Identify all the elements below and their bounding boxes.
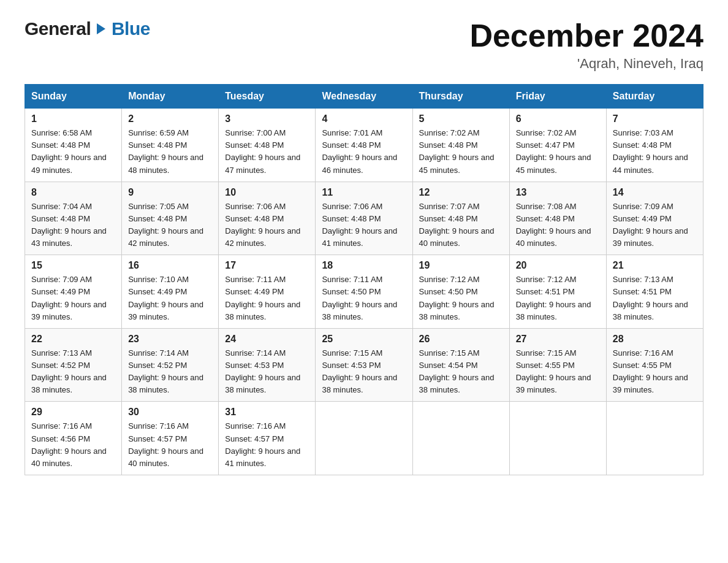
day-cell: 22 Sunrise: 7:13 AMSunset: 4:52 PMDaylig… [25, 328, 122, 402]
day-cell: 17 Sunrise: 7:11 AMSunset: 4:49 PMDaylig… [219, 255, 316, 329]
page-header: General Blue December 2024 'Aqrah, Ninev… [25, 18, 703, 72]
day-number: 12 [419, 187, 503, 198]
day-number: 26 [419, 334, 503, 345]
day-info: Sunrise: 6:59 AMSunset: 4:48 PMDaylight:… [128, 128, 203, 174]
day-info: Sunrise: 7:16 AMSunset: 4:57 PMDaylight:… [225, 421, 300, 467]
day-cell: 24 Sunrise: 7:14 AMSunset: 4:53 PMDaylig… [219, 328, 316, 402]
day-info: Sunrise: 7:10 AMSunset: 4:49 PMDaylight:… [128, 275, 203, 321]
day-cell: 26 Sunrise: 7:15 AMSunset: 4:54 PMDaylig… [412, 328, 509, 402]
day-info: Sunrise: 7:08 AMSunset: 4:48 PMDaylight:… [516, 202, 591, 248]
day-info: Sunrise: 7:15 AMSunset: 4:53 PMDaylight:… [322, 348, 397, 394]
day-cell: 27 Sunrise: 7:15 AMSunset: 4:55 PMDaylig… [509, 328, 606, 402]
day-info: Sunrise: 7:13 AMSunset: 4:51 PMDaylight:… [613, 275, 688, 321]
day-cell: 13 Sunrise: 7:08 AMSunset: 4:48 PMDaylig… [509, 182, 606, 255]
week-row-5: 29 Sunrise: 7:16 AMSunset: 4:56 PMDaylig… [25, 402, 703, 475]
day-number: 4 [322, 113, 406, 124]
day-cell [509, 402, 606, 475]
day-info: Sunrise: 7:06 AMSunset: 4:48 PMDaylight:… [225, 202, 300, 248]
day-info: Sunrise: 7:01 AMSunset: 4:48 PMDaylight:… [322, 128, 397, 174]
day-number: 14 [613, 187, 697, 198]
day-number: 29 [31, 407, 115, 418]
day-number: 25 [322, 334, 406, 345]
location: 'Aqrah, Nineveh, Iraq [469, 56, 703, 72]
day-number: 28 [613, 334, 697, 345]
col-monday: Monday [122, 85, 219, 109]
day-cell [412, 402, 509, 475]
day-info: Sunrise: 7:15 AMSunset: 4:54 PMDaylight:… [419, 348, 495, 394]
day-cell: 21 Sunrise: 7:13 AMSunset: 4:51 PMDaylig… [606, 255, 703, 329]
day-info: Sunrise: 7:12 AMSunset: 4:50 PMDaylight:… [419, 275, 495, 321]
day-cell: 7 Sunrise: 7:03 AMSunset: 4:48 PMDayligh… [606, 109, 703, 182]
day-cell: 11 Sunrise: 7:06 AMSunset: 4:48 PMDaylig… [316, 182, 412, 255]
day-cell: 15 Sunrise: 7:09 AMSunset: 4:49 PMDaylig… [25, 255, 122, 329]
day-number: 2 [128, 113, 212, 124]
day-cell: 29 Sunrise: 7:16 AMSunset: 4:56 PMDaylig… [25, 402, 122, 475]
day-number: 7 [613, 113, 697, 124]
day-info: Sunrise: 7:11 AMSunset: 4:50 PMDaylight:… [322, 275, 397, 321]
day-cell: 18 Sunrise: 7:11 AMSunset: 4:50 PMDaylig… [316, 255, 412, 329]
day-cell: 6 Sunrise: 7:02 AMSunset: 4:47 PMDayligh… [509, 109, 606, 182]
day-number: 11 [322, 187, 406, 198]
day-info: Sunrise: 6:58 AMSunset: 4:48 PMDaylight:… [31, 128, 107, 174]
col-thursday: Thursday [412, 85, 509, 109]
day-cell: 10 Sunrise: 7:06 AMSunset: 4:48 PMDaylig… [219, 182, 316, 255]
day-info: Sunrise: 7:12 AMSunset: 4:51 PMDaylight:… [516, 275, 591, 321]
day-cell: 4 Sunrise: 7:01 AMSunset: 4:48 PMDayligh… [316, 109, 412, 182]
day-info: Sunrise: 7:06 AMSunset: 4:48 PMDaylight:… [322, 202, 397, 248]
day-cell: 8 Sunrise: 7:04 AMSunset: 4:48 PMDayligh… [25, 182, 122, 255]
day-info: Sunrise: 7:11 AMSunset: 4:49 PMDaylight:… [225, 275, 300, 321]
day-info: Sunrise: 7:04 AMSunset: 4:48 PMDaylight:… [31, 202, 107, 248]
day-cell: 20 Sunrise: 7:12 AMSunset: 4:51 PMDaylig… [509, 255, 606, 329]
day-number: 8 [31, 187, 115, 198]
day-number: 9 [128, 187, 212, 198]
day-cell: 30 Sunrise: 7:16 AMSunset: 4:57 PMDaylig… [122, 402, 219, 475]
day-info: Sunrise: 7:00 AMSunset: 4:48 PMDaylight:… [225, 128, 300, 174]
day-number: 3 [225, 113, 309, 124]
day-number: 15 [31, 260, 115, 271]
day-info: Sunrise: 7:09 AMSunset: 4:49 PMDaylight:… [31, 275, 107, 321]
header-row: Sunday Monday Tuesday Wednesday Thursday… [25, 85, 703, 109]
day-number: 13 [516, 187, 600, 198]
title-section: December 2024 'Aqrah, Nineveh, Iraq [469, 18, 703, 72]
col-friday: Friday [509, 85, 606, 109]
week-row-1: 1 Sunrise: 6:58 AMSunset: 4:48 PMDayligh… [25, 109, 703, 182]
day-info: Sunrise: 7:16 AMSunset: 4:57 PMDaylight:… [128, 421, 203, 467]
week-row-4: 22 Sunrise: 7:13 AMSunset: 4:52 PMDaylig… [25, 328, 703, 402]
col-sunday: Sunday [25, 85, 122, 109]
col-wednesday: Wednesday [316, 85, 412, 109]
day-cell: 9 Sunrise: 7:05 AMSunset: 4:48 PMDayligh… [122, 182, 219, 255]
day-number: 24 [225, 334, 309, 345]
day-info: Sunrise: 7:13 AMSunset: 4:52 PMDaylight:… [31, 348, 107, 394]
day-number: 5 [419, 113, 503, 124]
day-cell: 2 Sunrise: 6:59 AMSunset: 4:48 PMDayligh… [122, 109, 219, 182]
day-number: 18 [322, 260, 406, 271]
logo-arrow-icon [97, 23, 105, 34]
day-info: Sunrise: 7:14 AMSunset: 4:52 PMDaylight:… [128, 348, 203, 394]
day-number: 16 [128, 260, 212, 271]
logo: General Blue [25, 18, 150, 39]
day-cell: 3 Sunrise: 7:00 AMSunset: 4:48 PMDayligh… [219, 109, 316, 182]
day-cell: 31 Sunrise: 7:16 AMSunset: 4:57 PMDaylig… [219, 402, 316, 475]
day-number: 30 [128, 407, 212, 418]
day-info: Sunrise: 7:07 AMSunset: 4:48 PMDaylight:… [419, 202, 495, 248]
col-tuesday: Tuesday [219, 85, 316, 109]
month-title: December 2024 [469, 18, 703, 53]
day-cell [606, 402, 703, 475]
day-info: Sunrise: 7:03 AMSunset: 4:48 PMDaylight:… [613, 128, 688, 174]
day-cell: 12 Sunrise: 7:07 AMSunset: 4:48 PMDaylig… [412, 182, 509, 255]
day-cell: 5 Sunrise: 7:02 AMSunset: 4:48 PMDayligh… [412, 109, 509, 182]
day-number: 23 [128, 334, 212, 345]
day-info: Sunrise: 7:05 AMSunset: 4:48 PMDaylight:… [128, 202, 203, 248]
day-cell: 19 Sunrise: 7:12 AMSunset: 4:50 PMDaylig… [412, 255, 509, 329]
calendar-table: Sunday Monday Tuesday Wednesday Thursday… [25, 84, 703, 475]
day-cell: 25 Sunrise: 7:15 AMSunset: 4:53 PMDaylig… [316, 328, 412, 402]
day-number: 10 [225, 187, 309, 198]
day-info: Sunrise: 7:02 AMSunset: 4:47 PMDaylight:… [516, 128, 591, 174]
day-info: Sunrise: 7:16 AMSunset: 4:55 PMDaylight:… [613, 348, 688, 394]
day-number: 1 [31, 113, 115, 124]
day-number: 20 [516, 260, 600, 271]
day-info: Sunrise: 7:16 AMSunset: 4:56 PMDaylight:… [31, 421, 107, 467]
day-number: 21 [613, 260, 697, 271]
day-cell: 1 Sunrise: 6:58 AMSunset: 4:48 PMDayligh… [25, 109, 122, 182]
day-info: Sunrise: 7:02 AMSunset: 4:48 PMDaylight:… [419, 128, 495, 174]
